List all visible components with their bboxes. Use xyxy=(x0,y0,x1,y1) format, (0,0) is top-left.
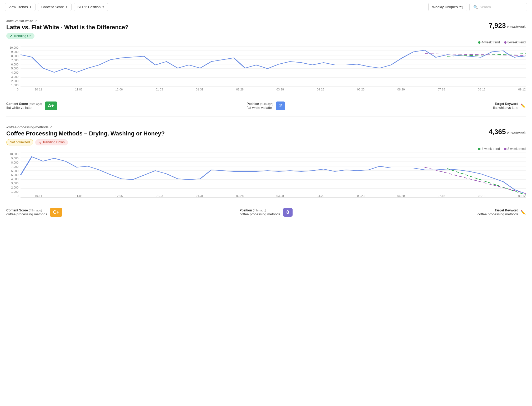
article-left-2: /coffee-processing-methods ↗ Coffee Proc… xyxy=(6,125,165,139)
content-score-badge-1: A+ xyxy=(45,102,57,110)
content-score-button[interactable]: Content Score ▼ xyxy=(38,3,72,11)
content-score-chevron-icon: ▼ xyxy=(65,6,68,8)
view-trends-button[interactable]: View Trends ▼ xyxy=(5,3,36,11)
serp-position-label: SERP Position xyxy=(77,5,101,9)
svg-line-25 xyxy=(425,167,526,194)
x-axis-2: 10-11 11-08 12-06 01-03 01-31 02-28 03-2… xyxy=(35,194,526,197)
search-placeholder: Search xyxy=(480,5,491,9)
not-optimized-badge-2: Not optimized xyxy=(6,139,33,145)
chart-svg-2 xyxy=(21,153,526,197)
chart-svg-1 xyxy=(21,46,526,91)
position-block-1: Position (49m ago) flat white vs latte 2 xyxy=(179,102,353,110)
badge-row-2: Not optimized ↘ Trending Down xyxy=(6,139,526,145)
article-title-1: Latte vs. Flat White - What is the Diffe… xyxy=(6,24,129,31)
position-badge-1: 2 xyxy=(276,102,285,110)
legend-dot-green-2 xyxy=(478,148,480,150)
svg-line-24 xyxy=(447,169,526,195)
view-trends-label: View Trends xyxy=(8,5,28,9)
content-score-info-2: Content Score (49m ago) coffee processin… xyxy=(6,209,47,216)
badge-row-1: ↗ Trending Up xyxy=(6,33,526,39)
legend-dot-purple-2 xyxy=(504,148,506,150)
y-axis-2: 10,000 9,000 8,000 7,000 6,000 5,000 4,0… xyxy=(6,153,19,197)
x-axis-1: 10-11 11-08 12-06 01-03 01-31 02-28 03-2… xyxy=(35,88,526,91)
target-kw-info-1: Target Keyword flat white vs latte xyxy=(493,102,518,110)
content-score-block-1: Content Score (49m ago) flat white vs la… xyxy=(6,102,179,110)
target-kw-info-2: Target Keyword coffee processing methods xyxy=(478,209,518,216)
serp-position-button[interactable]: SERP Position ▼ xyxy=(74,3,108,11)
metrics-row-2: Content Score (49m ago) coffee processin… xyxy=(6,208,526,217)
content-score-info-1: Content Score (49m ago) flat white vs la… xyxy=(6,102,42,110)
article-header-2: /coffee-processing-methods ↗ Coffee Proc… xyxy=(6,125,526,139)
chart-legend-2: 4-week trend 8-week trend xyxy=(478,147,526,151)
content-score-badge-2: C+ xyxy=(50,208,62,217)
legend-8week-1: 8-week trend xyxy=(504,40,526,44)
main-content: /latte-vs-flat-white ↗ Latte vs. Flat Wh… xyxy=(0,14,532,236)
trending-down-icon-2: ↘ xyxy=(38,140,41,144)
article-section-2: /coffee-processing-methods ↗ Coffee Proc… xyxy=(6,125,526,223)
article-views-1: 7,923 views/week xyxy=(489,19,526,30)
chart-1: 4-week trend 8-week trend 10,000 9,000 8… xyxy=(6,40,526,98)
article-left-1: /latte-vs-flat-white ↗ Latte vs. Flat Wh… xyxy=(6,19,129,33)
position-info-1: Position (49m ago) flat white vs latte xyxy=(247,102,273,110)
trending-up-badge-1: ↗ Trending Up xyxy=(6,33,34,39)
article-header-1: /latte-vs-flat-white ↗ Latte vs. Flat Wh… xyxy=(6,19,526,33)
chart-2: 4-week trend 8-week trend 10,000 9,000 8… xyxy=(6,147,526,205)
search-box[interactable]: 🔍 Search xyxy=(469,3,527,11)
article-title-2: Coffee Processing Methods – Drying, Wash… xyxy=(6,130,165,137)
edit-target-kw-icon-2[interactable]: ✏️ xyxy=(520,210,526,215)
target-kw-block-2: Target Keyword coffee processing methods… xyxy=(353,209,526,216)
article-url-1: /latte-vs-flat-white ↗ xyxy=(6,19,129,23)
legend-4week-1: 4-week trend xyxy=(478,40,500,44)
external-link-icon-1[interactable]: ↗ xyxy=(34,19,37,23)
content-score-block-2: Content Score (49m ago) coffee processin… xyxy=(6,208,179,217)
weekly-uniques-label: Weekly Uniques xyxy=(432,5,458,9)
chart-area-1: 10-11 11-08 12-06 01-03 01-31 02-28 03-2… xyxy=(21,46,526,91)
edit-target-kw-icon-1[interactable]: ✏️ xyxy=(520,103,526,108)
search-icon: 🔍 xyxy=(473,5,478,9)
weekly-uniques-button[interactable]: Weekly Uniques ≡↓ xyxy=(428,3,467,11)
article-views-2: 4,365 views/week xyxy=(489,125,526,136)
position-block-2: Position (49m ago) coffee processing met… xyxy=(179,208,353,217)
metrics-row-1: Content Score (49m ago) flat white vs la… xyxy=(6,102,526,110)
view-trends-chevron-icon: ▼ xyxy=(29,6,32,8)
legend-dot-purple-1 xyxy=(504,41,506,44)
sort-icon: ≡↓ xyxy=(459,5,464,9)
y-axis-1: 10,000 9,000 8,000 7,000 6,000 5,000 4,0… xyxy=(6,46,19,91)
external-link-icon-2[interactable]: ↗ xyxy=(50,125,52,129)
legend-8week-2: 8-week trend xyxy=(504,147,526,151)
chart-area-2: 10-11 11-08 12-06 01-03 01-31 02-28 03-2… xyxy=(21,153,526,197)
chart-legend-1: 4-week trend 8-week trend xyxy=(478,40,526,44)
target-kw-block-1: Target Keyword flat white vs latte ✏️ xyxy=(353,102,526,110)
trending-down-badge-2: ↘ Trending Down xyxy=(35,139,68,145)
article-url-2: /coffee-processing-methods ↗ xyxy=(6,125,165,129)
serp-position-chevron-icon: ▼ xyxy=(102,6,104,8)
legend-4week-2: 4-week trend xyxy=(478,147,500,151)
content-score-label: Content Score xyxy=(41,5,64,9)
toolbar: View Trends ▼ Content Score ▼ SERP Posit… xyxy=(0,0,532,14)
position-info-2: Position (49m ago) coffee processing met… xyxy=(239,209,280,216)
article-section-1: /latte-vs-flat-white ↗ Latte vs. Flat Wh… xyxy=(6,19,526,117)
position-badge-2: 8 xyxy=(283,208,293,217)
trending-up-icon-1: ↗ xyxy=(9,34,12,38)
legend-dot-green-1 xyxy=(478,41,480,44)
